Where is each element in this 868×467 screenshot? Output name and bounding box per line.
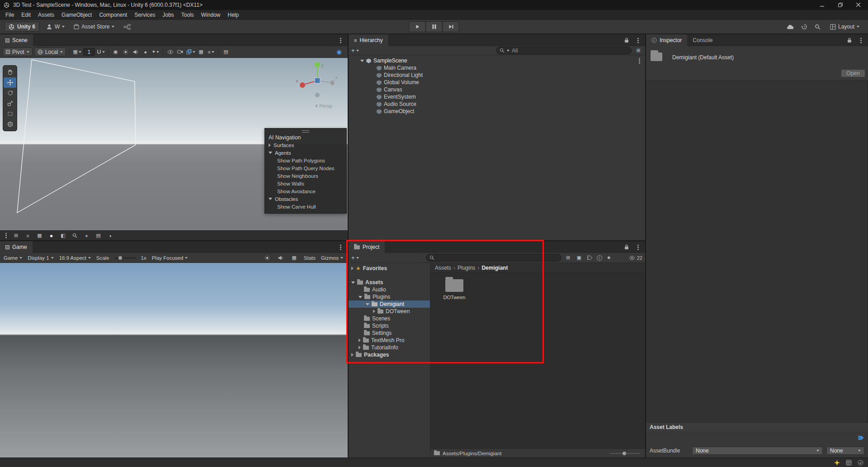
menu-services[interactable]: Services <box>131 10 159 20</box>
focus-mode-dropdown[interactable]: Play Focused <box>152 255 188 261</box>
hierarchy-row-main-camera[interactable]: Main Camera <box>349 64 645 71</box>
show-path-query-nodes-item[interactable]: Show Path Query Nodes <box>265 164 346 172</box>
hierarchy-menu-kebab[interactable] <box>636 37 640 43</box>
stats-button[interactable]: Stats <box>304 255 316 261</box>
pivot-dropdown[interactable]: Pivot <box>3 48 33 56</box>
tab-game[interactable]: Game <box>0 241 33 253</box>
menu-gameobject[interactable]: GameObject <box>58 10 95 20</box>
create-asset-button[interactable]: + <box>351 254 359 261</box>
assetbundle-dropdown[interactable]: None <box>692 447 823 455</box>
lock-icon[interactable] <box>624 244 629 250</box>
metrics-dropdown[interactable]: ≡ <box>207 48 215 56</box>
menu-jobs[interactable]: Jobs <box>159 10 177 20</box>
menu-file[interactable]: File <box>2 10 18 20</box>
transform-tool-button[interactable] <box>4 119 16 129</box>
view-tool-button[interactable] <box>4 67 16 77</box>
hierarchy-row-global-volume[interactable]: Global Volume <box>349 79 645 86</box>
thumbnail-size-slider[interactable] <box>610 451 640 456</box>
unity-version-button[interactable]: Unity 6 <box>5 22 39 32</box>
show-carve-hull-item[interactable]: Show Carve Hull <box>265 203 346 210</box>
transform-overlay-icon[interactable]: ⊞ <box>12 232 20 239</box>
tree-row-demigiant[interactable]: Demigiant <box>349 300 430 308</box>
grid-size-field[interactable]: 1 <box>83 48 95 56</box>
debug-options-icon[interactable]: ▤ <box>222 48 230 56</box>
obstacles-foldout[interactable]: Obstacles <box>265 195 346 203</box>
tab-project[interactable]: Project <box>349 241 385 253</box>
layers-dropdown[interactable] <box>186 48 195 56</box>
step-button[interactable] <box>443 21 459 32</box>
tree-row-packages[interactable]: Packages <box>349 351 430 358</box>
grid-toggle-icon[interactable]: ▦ <box>197 48 205 56</box>
play-button[interactable] <box>409 21 426 32</box>
aspect-dropdown[interactable]: 16:9 Aspect <box>59 255 91 261</box>
display-dropdown[interactable]: Display 1 <box>28 255 53 261</box>
tree-row-settings[interactable]: Settings <box>349 329 430 337</box>
tree-row-dotween[interactable]: DOTween <box>349 308 430 315</box>
hierarchy-row-gameobject[interactable]: GameObject <box>349 108 645 115</box>
scene-visibility-icon[interactable]: ● <box>142 48 150 56</box>
menu-window[interactable]: Window <box>198 10 224 20</box>
show-avoidance-item[interactable]: Show Avoidance <box>265 187 346 195</box>
account-dropdown[interactable]: W <box>44 22 67 32</box>
breadcrumb-demigiant[interactable]: Demigiant <box>481 265 508 271</box>
tree-row-scripts[interactable]: Scripts <box>349 322 430 329</box>
close-button[interactable] <box>856 3 861 7</box>
asset-grid[interactable]: DOTween <box>430 273 645 448</box>
orientation-dropdown[interactable]: Local <box>34 48 66 56</box>
open-in-search-icon[interactable]: ⊞ <box>564 254 572 262</box>
draw-mode-overlay-icon[interactable]: ◧ <box>59 232 67 239</box>
search-icon[interactable] <box>815 24 821 30</box>
version-control-button[interactable] <box>121 22 133 32</box>
scene-menu-kebab[interactable] <box>338 37 343 43</box>
rotate-tool-button[interactable] <box>4 88 16 98</box>
tab-inspector[interactable]: Inspector <box>646 34 687 46</box>
hierarchy-row-canvas[interactable]: Canvas <box>349 86 645 93</box>
scene-options-kebab[interactable] <box>637 57 642 64</box>
shaded-mode-icon[interactable]: ◉ <box>112 48 120 56</box>
create-add-button[interactable]: + <box>351 47 359 54</box>
background-tasks-icon[interactable] <box>858 460 863 466</box>
hierarchy-row-eventsystem[interactable]: EventSystem <box>349 93 645 100</box>
rect-tool-button[interactable] <box>4 109 16 119</box>
search-overlay-icon[interactable] <box>71 232 79 239</box>
grid-overlay-icon[interactable]: ▦ <box>36 232 43 239</box>
open-in-search-icon[interactable]: ⊞ <box>634 47 642 55</box>
tree-row-plugins[interactable]: Plugins <box>349 293 430 300</box>
hidden-objects-eye-icon[interactable] <box>166 48 175 56</box>
hierarchy-row-scene[interactable]: SampleScene <box>349 57 645 64</box>
import-log-icon[interactable]: ! <box>597 255 602 261</box>
game-viewport[interactable] <box>0 263 348 457</box>
hidden-count-indicator[interactable]: 22 <box>629 254 642 262</box>
tree-row-textmesh-pro[interactable]: TextMesh Pro <box>349 337 430 344</box>
light-toggle-icon[interactable] <box>263 254 271 262</box>
asset-labels-header[interactable]: Asset Labels <box>646 422 868 431</box>
overlay-drag-handle[interactable] <box>302 130 309 133</box>
minimize-button[interactable] <box>820 3 825 7</box>
menu-edit[interactable]: Edit <box>18 10 34 20</box>
hierarchy-row-audio-source[interactable]: Audio Source <box>349 100 645 108</box>
asset-store-dropdown[interactable]: Asset Store <box>71 22 117 32</box>
menu-component[interactable]: Component <box>95 10 131 20</box>
cloud-icon[interactable] <box>786 24 794 29</box>
tree-row-audio[interactable]: Audio <box>349 286 430 293</box>
restore-button[interactable] <box>838 3 843 7</box>
filter-by-type-icon[interactable]: ▣ <box>575 254 583 262</box>
surfaces-foldout[interactable]: Surfaces <box>265 141 346 149</box>
layers-overlay-icon[interactable]: ▤ <box>94 232 102 239</box>
tree-row-tutorialinfo[interactable]: TutorialInfo <box>349 344 430 351</box>
scene-camera-settings-icon[interactable]: ◉ <box>335 48 343 56</box>
menu-help[interactable]: Help <box>224 10 243 20</box>
tab-hierarchy[interactable]: ≡ Hierarchy <box>349 34 388 46</box>
history-icon[interactable] <box>801 24 807 30</box>
project-menu-kebab[interactable] <box>636 244 640 250</box>
snap-settings-dropdown[interactable] <box>97 48 105 56</box>
pause-button[interactable] <box>426 21 443 32</box>
gizmos-dropdown[interactable]: Gizmos <box>321 255 343 261</box>
layout-dropdown[interactable]: Layout <box>828 22 862 32</box>
hierarchy-search-field[interactable]: All <box>496 47 632 54</box>
show-path-polygons-item[interactable]: Show Path Polygons <box>265 157 346 164</box>
breadcrumb-assets[interactable]: Assets <box>435 265 451 271</box>
game-view-dropdown[interactable]: Game <box>4 255 22 261</box>
package-manager-icon[interactable] <box>846 460 852 466</box>
tree-row-scenes[interactable]: Scenes <box>349 315 430 322</box>
